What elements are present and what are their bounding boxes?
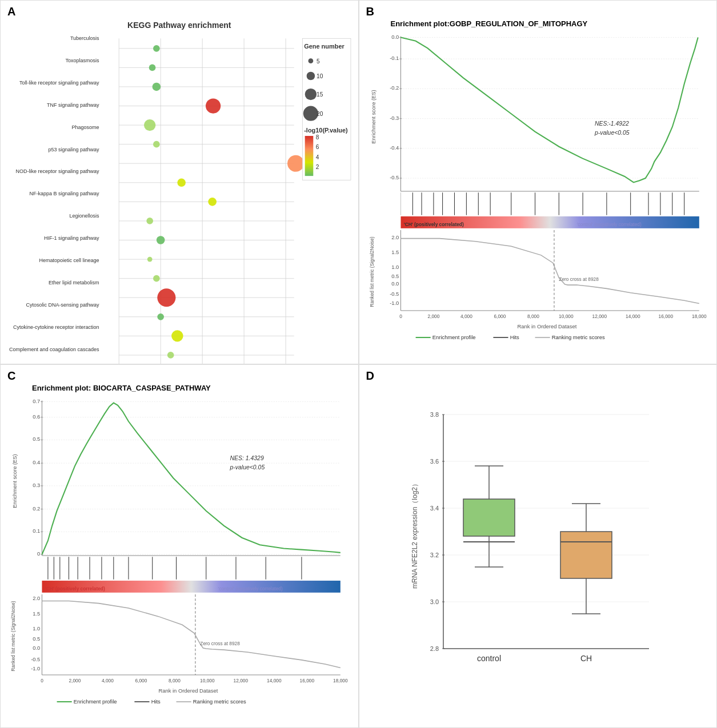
svg-text:12,000: 12,000 (592, 313, 607, 319)
svg-text:3.8: 3.8 (430, 411, 439, 418)
svg-text:6: 6 (315, 144, 319, 150)
svg-text:-0.2: -0.2 (390, 85, 399, 91)
panel-a-chart-area: Tuberculosis Toxoplasmosis Toll-like rec… (6, 33, 353, 364)
panel-c-label: C (7, 369, 15, 383)
svg-text:1.0: 1.0 (33, 625, 40, 631)
svg-text:'CH' (positively correlated): 'CH' (positively correlated) (403, 222, 463, 227)
svg-text:NES:-1.4922: NES:-1.4922 (594, 120, 628, 127)
svg-point-44 (171, 330, 183, 341)
svg-point-34 (153, 141, 160, 148)
panel-b: B Enrichment plot:GOBP_REGULATION_OF_MIT… (359, 0, 718, 364)
svg-point-49 (308, 58, 313, 63)
svg-text:-0.4: -0.4 (390, 144, 399, 151)
svg-text:2,000: 2,000 (427, 313, 439, 319)
svg-text:Zero cross at 8928: Zero cross at 8928 (200, 640, 240, 646)
svg-point-40 (147, 257, 152, 262)
svg-text:10: 10 (317, 73, 323, 79)
svg-text:0.0: 0.0 (33, 645, 40, 651)
svg-text:14,000: 14,000 (626, 313, 640, 319)
svg-point-55 (303, 106, 318, 121)
svg-text:Ranking metric scores: Ranking metric scores (193, 698, 246, 705)
svg-text:10,000: 10,000 (559, 313, 574, 319)
svg-text:3.4: 3.4 (430, 505, 439, 512)
svg-text:Enrichment score (ES): Enrichment score (ES) (370, 90, 376, 143)
svg-text:Rank in Ordered Dataset: Rank in Ordered Dataset (158, 687, 218, 694)
svg-point-53 (305, 89, 316, 100)
svg-text:Hits: Hits (151, 698, 161, 705)
panel-a-label: A (7, 5, 15, 18)
svg-point-36 (177, 179, 186, 187)
panel-a-title: KEGG Pathway enrichment (127, 21, 231, 30)
svg-point-51 (306, 72, 315, 81)
svg-point-35 (287, 155, 304, 172)
svg-text:6,000: 6,000 (135, 677, 147, 683)
svg-point-30 (149, 65, 155, 71)
svg-text:NES: 1.4329: NES: 1.4329 (230, 455, 264, 461)
panel-b-title: Enrichment plot:GOBP_REGULATION_OF_MITOP… (362, 19, 714, 28)
svg-text:CH: CH (580, 654, 592, 663)
svg-point-42 (157, 288, 175, 307)
svg-text:0.4: 0.4 (33, 459, 40, 465)
svg-text:0.7: 0.7 (33, 397, 40, 404)
svg-text:18,000: 18,000 (333, 677, 348, 683)
panel-d-svg: 2.8 3.0 3.2 3.4 3.6 3.8 mRNA NFE2L2 expr… (409, 397, 666, 694)
svg-text:p-value<0.05: p-value<0.05 (594, 130, 629, 136)
svg-text:'CH' (positively correlated): 'CH' (positively correlated) (45, 585, 105, 591)
svg-text:14,000: 14,000 (267, 677, 282, 683)
svg-text:0.1: 0.1 (33, 528, 40, 534)
svg-text:-0.3: -0.3 (390, 115, 399, 121)
svg-text:control: control (477, 654, 501, 663)
svg-text:3.2: 3.2 (430, 552, 439, 558)
svg-point-39 (156, 236, 165, 244)
svg-text:Zero cross at 8928: Zero cross at 8928 (559, 276, 599, 282)
svg-text:0.0: 0.0 (391, 280, 399, 287)
svg-rect-237 (463, 499, 515, 536)
svg-text:4,000: 4,000 (460, 313, 472, 319)
svg-point-32 (206, 98, 221, 113)
svg-text:0.6: 0.6 (33, 413, 40, 419)
svg-rect-58 (305, 136, 313, 176)
svg-point-33 (144, 119, 155, 131)
svg-text:0.5: 0.5 (33, 436, 40, 442)
panel-b-chart-wrap: 0.0 -0.1 -0.2 -0.3 -0.4 -0.5 Enrichment … (362, 30, 714, 361)
svg-text:Enrichment profile: Enrichment profile (74, 698, 117, 705)
svg-text:Ranked list metric (Signal2Noi: Ranked list metric (Signal2Noise) (10, 601, 16, 671)
svg-text:-log10(P.value): -log10(P.value) (304, 127, 348, 134)
svg-text:0.5: 0.5 (391, 273, 399, 279)
svg-text:16,000: 16,000 (658, 313, 673, 319)
svg-rect-244 (560, 532, 612, 578)
svg-text:mRNA NFE2L2 expression（log2）: mRNA NFE2L2 expression（log2） (411, 480, 419, 589)
svg-text:4,000: 4,000 (102, 677, 114, 683)
svg-text:-0.1: -0.1 (390, 55, 399, 61)
svg-text:8,000: 8,000 (527, 313, 539, 319)
svg-point-41 (153, 275, 160, 282)
svg-text:p-value<0.05: p-value<0.05 (230, 464, 265, 470)
svg-text:8: 8 (315, 134, 319, 140)
svg-point-37 (208, 198, 217, 206)
svg-text:0.0: 0.0 (391, 34, 399, 40)
svg-text:-1.0: -1.0 (390, 300, 399, 306)
svg-text:5: 5 (317, 58, 320, 65)
svg-text:1.5: 1.5 (33, 610, 40, 616)
panel-a-dot-plot: 2 4 6 8 10 (102, 33, 353, 364)
svg-point-31 (152, 83, 161, 91)
panel-d-label: D (366, 369, 374, 383)
svg-text:1.5: 1.5 (391, 249, 399, 255)
svg-text:16,000: 16,000 (300, 677, 315, 683)
svg-text:Rank in Ordered Dataset: Rank in Ordered Dataset (517, 323, 576, 329)
svg-text:Enrichment profile: Enrichment profile (432, 334, 475, 340)
panel-c-title: Enrichment plot: BIOCARTA_CASPASE_PATHWA… (3, 384, 355, 392)
svg-text:18,000: 18,000 (692, 313, 707, 319)
svg-text:2.8: 2.8 (430, 645, 439, 652)
svg-text:8,000: 8,000 (169, 677, 181, 683)
svg-text:15: 15 (317, 91, 323, 98)
svg-text:3.6: 3.6 (430, 458, 439, 465)
svg-point-45 (167, 352, 174, 359)
svg-text:20: 20 (317, 111, 323, 117)
svg-text:6,000: 6,000 (494, 313, 506, 319)
svg-text:Gene number: Gene number (304, 43, 345, 50)
svg-text:-0.5: -0.5 (390, 174, 399, 180)
svg-text:'control' (negatively correlat: 'control' (negatively correlated) (576, 222, 641, 227)
svg-text:0: 0 (399, 313, 402, 319)
svg-text:10,000: 10,000 (200, 677, 215, 683)
